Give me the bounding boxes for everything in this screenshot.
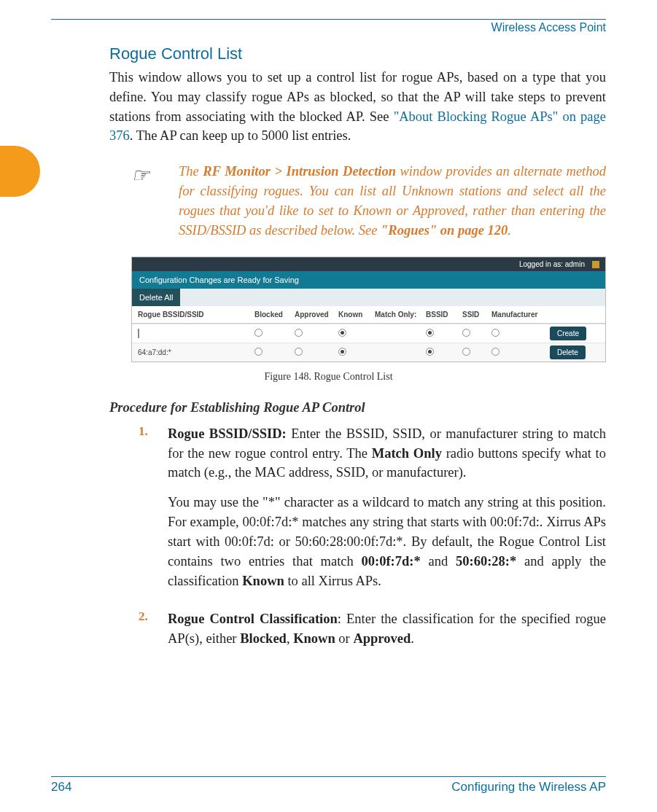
s1-label: Rogue BSSID/SSID: <box>168 426 287 441</box>
step-2-text: Rogue Control Classification: Enter the … <box>168 609 606 649</box>
col-bssid: Rogue BSSID/SSID <box>138 311 254 319</box>
s1p2-f: Known <box>242 574 284 588</box>
s1p2-d: 50:60:28:* <box>456 554 516 569</box>
radio-match-mfr[interactable] <box>491 348 499 356</box>
intro-paragraph: This window allows you to set up a contr… <box>109 68 606 146</box>
note-block: ☞ The RF Monitor > Intrusion Detection w… <box>131 162 606 240</box>
section-heading: Rogue Control List <box>109 44 606 63</box>
radio-match-ssid[interactable] <box>462 329 470 337</box>
radio-approved[interactable] <box>295 348 303 356</box>
intro-text-b: . The AP can keep up to 5000 list entrie… <box>130 128 351 143</box>
s2-blocked: Blocked <box>240 631 287 646</box>
pointing-hand-icon: ☞ <box>131 162 160 240</box>
page-number: 264 <box>51 780 71 795</box>
note-t1: The <box>179 164 203 179</box>
radio-match-ssid[interactable] <box>462 348 470 356</box>
s1p2-g: to all Xirrus APs. <box>284 574 381 588</box>
radio-match-mfr[interactable] <box>491 329 499 337</box>
figure-caption: Figure 148. Rogue Control List <box>51 371 606 383</box>
running-header: Wireless Access Point <box>51 21 606 34</box>
page-footer: 264 Configuring the Wireless AP <box>51 776 606 795</box>
radio-known[interactable] <box>338 348 346 356</box>
figure-screenshot: Logged in as: admin Configuration Change… <box>131 257 606 362</box>
col-known: Known <box>338 311 375 319</box>
table-row: Create <box>132 324 605 343</box>
col-blocked: Blocked <box>254 311 295 319</box>
note-t3: . <box>508 223 511 238</box>
figure-login-bar: Logged in as: admin <box>132 257 605 271</box>
s2-comma: , <box>287 631 293 646</box>
col-ssid: SSID <box>462 311 491 319</box>
create-button[interactable]: Create <box>550 327 586 340</box>
list-item: 2. Rogue Control Classification: Enter t… <box>139 609 606 649</box>
header-rule <box>51 19 606 20</box>
step-number-1: 1. <box>139 424 155 483</box>
row-id: 64:a7:dd:* <box>138 348 254 356</box>
list-item: 1. Rogue BSSID/SSID: Enter the BSSID, SS… <box>139 424 606 483</box>
radio-blocked[interactable] <box>254 348 263 356</box>
table-header: Rogue BSSID/SSID Blocked Approved Known … <box>132 306 605 324</box>
s1p2-c: and <box>421 554 456 569</box>
radio-blocked[interactable] <box>254 329 263 337</box>
radio-match-bssid[interactable] <box>426 348 434 356</box>
s1-matchonly: Match Only <box>372 446 442 461</box>
delete-button[interactable]: Delete <box>550 346 586 359</box>
footer-section: Configuring the Wireless AP <box>451 780 606 795</box>
note-bold-1: RF Monitor > Intrusion Detection <box>203 164 396 179</box>
col-approved: Approved <box>295 311 338 319</box>
s2-label: Rogue Control Classification <box>168 612 338 626</box>
s2-or: or <box>335 631 354 646</box>
radio-approved[interactable] <box>295 329 303 337</box>
link-rogues-page[interactable]: "Rogues" on page 120 <box>381 223 508 238</box>
step-1-text: Rogue BSSID/SSID: Enter the BSSID, SSID,… <box>168 424 606 483</box>
s2-known: Known <box>293 631 335 646</box>
s2-approved: Approved <box>353 631 411 646</box>
col-matchonly: Match Only: <box>375 311 426 319</box>
config-banner: Configuration Changes are Ready for Savi… <box>132 271 605 289</box>
s2-period: . <box>411 631 414 646</box>
status-square-icon <box>592 261 599 268</box>
procedure-heading: Procedure for Establishing Rogue AP Cont… <box>109 400 606 415</box>
delete-all-button[interactable]: Delete All <box>132 289 180 306</box>
col-bssid2: BSSID <box>426 311 462 319</box>
table-row: 64:a7:dd:* Delete <box>132 343 605 362</box>
radio-match-bssid[interactable] <box>426 329 434 337</box>
s1p2-b: 00:0f:7d:* <box>362 554 421 569</box>
login-text: Logged in as: admin <box>519 260 585 268</box>
step-number-2: 2. <box>139 609 155 649</box>
bssid-input[interactable] <box>138 329 139 338</box>
step-1-paragraph-2: You may use the "*" character as a wildc… <box>168 493 606 590</box>
note-text: The RF Monitor > Intrusion Detection win… <box>179 162 606 240</box>
col-mfr: Manufacturer <box>491 311 550 319</box>
radio-known[interactable] <box>338 329 346 337</box>
